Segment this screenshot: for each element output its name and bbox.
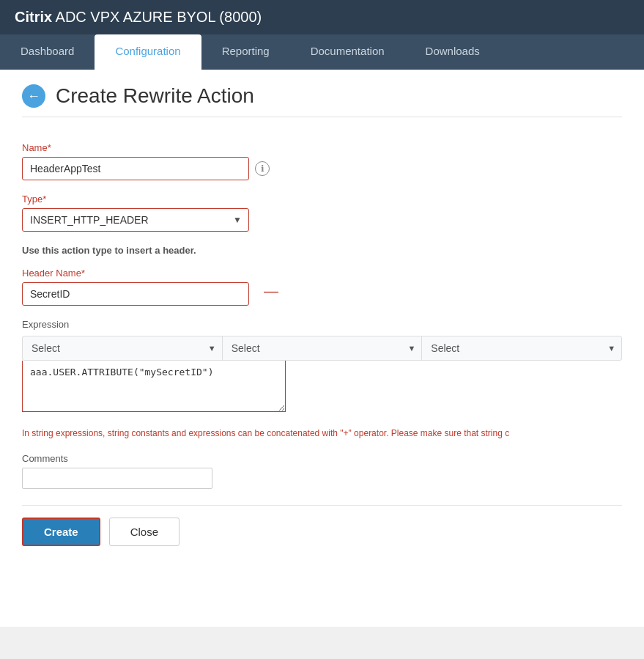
header-name-left: Header Name* xyxy=(22,268,249,306)
expr-select-3[interactable]: Select xyxy=(422,336,621,360)
info-text: In string expressions, string constants … xyxy=(22,428,622,438)
info-icon: ℹ xyxy=(255,161,270,176)
tab-documentation[interactable]: Documentation xyxy=(290,34,405,70)
action-description: Use this action type to insert a header. xyxy=(22,245,622,256)
create-button[interactable]: Create xyxy=(22,518,100,546)
comments-input[interactable] xyxy=(22,468,212,489)
expr-select-2[interactable]: Select xyxy=(223,336,422,360)
header-name-label: Header Name* xyxy=(22,268,249,279)
expression-textarea[interactable]: aaa.USER.ATTRIBUTE("<span class="expr-bo… xyxy=(22,361,286,412)
expression-group: Expression Select ▼ Select ▼ xyxy=(22,319,622,415)
tab-downloads[interactable]: Downloads xyxy=(405,34,500,70)
header-name-input[interactable] xyxy=(22,282,249,306)
minus-button[interactable]: — xyxy=(264,284,278,298)
name-input[interactable] xyxy=(22,157,249,180)
page-title-row: ← Create Rewrite Action xyxy=(22,84,622,117)
app-header: Citrix ADC VPX AZURE BYOL (8000) xyxy=(0,0,644,34)
tab-reporting[interactable]: Reporting xyxy=(201,34,290,70)
expr-select-wrapper-3: Select ▼ xyxy=(422,336,621,360)
back-button[interactable]: ← xyxy=(22,84,45,108)
form-section: Name* ℹ Type* INSERT_HTTP_HEADER DELETE_… xyxy=(22,135,622,553)
expr-select-1[interactable]: Select xyxy=(23,336,222,360)
app-title: ADC VPX AZURE BYOL (8000) xyxy=(52,9,262,25)
expression-selects: Select ▼ Select ▼ Select ▼ xyxy=(22,336,622,361)
type-select-wrapper: INSERT_HTTP_HEADER DELETE_HTTP_HEADER RE… xyxy=(22,208,249,232)
tab-dashboard[interactable]: Dashboard xyxy=(0,34,95,70)
main-content: ← Create Rewrite Action Name* ℹ Type* IN… xyxy=(0,70,644,627)
page-title: Create Rewrite Action xyxy=(56,84,254,108)
comments-group: Comments xyxy=(22,453,622,489)
name-group: Name* ℹ xyxy=(22,142,622,180)
expr-select-wrapper-1: Select ▼ xyxy=(23,336,223,360)
name-label: Name* xyxy=(22,142,622,153)
type-group: Type* INSERT_HTTP_HEADER DELETE_HTTP_HEA… xyxy=(22,194,622,232)
brand-name: Citrix xyxy=(15,9,52,25)
header-name-group: Header Name* — xyxy=(22,268,622,306)
comments-label: Comments xyxy=(22,453,622,464)
header-name-row: Header Name* — xyxy=(22,268,622,306)
expression-label: Expression xyxy=(22,319,622,330)
nav-tabs: Dashboard Configuration Reporting Docume… xyxy=(0,34,644,70)
type-label: Type* xyxy=(22,194,622,205)
tab-configuration[interactable]: Configuration xyxy=(95,34,201,70)
close-button[interactable]: Close xyxy=(109,518,179,546)
expr-textarea-wrapper: aaa.USER.ATTRIBUTE("<span class="expr-bo… xyxy=(22,361,622,415)
type-select[interactable]: INSERT_HTTP_HEADER DELETE_HTTP_HEADER RE… xyxy=(22,208,249,232)
form-footer: Create Close xyxy=(22,505,622,546)
expr-select-wrapper-2: Select ▼ xyxy=(223,336,423,360)
